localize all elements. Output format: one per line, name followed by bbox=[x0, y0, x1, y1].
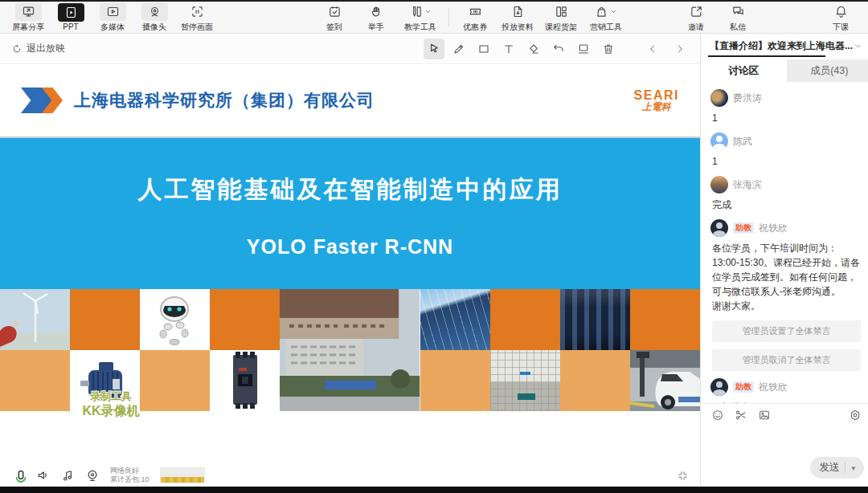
orange-tile bbox=[0, 350, 70, 411]
send-options-caret[interactable]: ▾ bbox=[851, 464, 855, 472]
electric-car-photo bbox=[630, 350, 700, 411]
chat-panel: 【直播介绍】欢迎来到上海电器... 讨论区 成员(43) 费洪涛 1 bbox=[700, 34, 868, 487]
system-message: 管理员取消了全体禁言 bbox=[712, 349, 861, 371]
webcam-status-icon[interactable] bbox=[85, 468, 100, 483]
message-input[interactable] bbox=[701, 423, 868, 457]
coupon-button[interactable]: 优惠券 bbox=[454, 2, 496, 33]
compress-view-icon[interactable] bbox=[677, 470, 689, 482]
whiteboard-icon bbox=[577, 43, 590, 55]
tab-discussion[interactable]: 讨论区 bbox=[701, 59, 787, 82]
image-icon[interactable] bbox=[758, 409, 771, 422]
music-icon[interactable] bbox=[61, 469, 75, 483]
chat-input-toolbar bbox=[701, 403, 868, 423]
ppt-button[interactable]: PPT bbox=[50, 2, 92, 33]
ppt-icon bbox=[58, 3, 84, 22]
seari-logo: SEARI 上電科 bbox=[634, 88, 679, 113]
message-text: 1 bbox=[712, 111, 862, 125]
anechoic-chamber-photo bbox=[490, 350, 560, 411]
switchgear-photo bbox=[560, 289, 630, 350]
delete-annotations-button[interactable] bbox=[598, 39, 619, 59]
send-divider bbox=[845, 462, 845, 473]
avatar bbox=[710, 219, 728, 237]
toolbar-session-group: 邀请 私信 下课 bbox=[675, 2, 862, 33]
toolbar-separator bbox=[448, 8, 449, 26]
ppt-label: PPT bbox=[63, 22, 78, 31]
solar-panels-photo bbox=[420, 289, 490, 350]
marketing-tools-label: 营销工具 bbox=[590, 22, 622, 33]
send-row: 发送 ▾ bbox=[701, 457, 868, 487]
slide-title-banner: 人工智能基础及在智能制造中的应用 YOLO Faster R-CNN bbox=[0, 138, 700, 289]
direct-message-button[interactable]: 私信 bbox=[717, 2, 759, 33]
multimedia-button[interactable]: 多媒体 bbox=[92, 2, 133, 33]
marketing-tools-button[interactable]: 营销工具 bbox=[583, 2, 629, 33]
message-text: 各位学员，下午培训时间为：13:00-15:30。课程已经开始，请各位学员完成签… bbox=[712, 241, 862, 313]
undo-button[interactable] bbox=[548, 39, 569, 59]
orange-tile bbox=[70, 289, 140, 350]
camera-button[interactable]: 摄像头 bbox=[133, 2, 175, 33]
seari-logo-latin: SEARI bbox=[634, 88, 679, 103]
camera-icon bbox=[141, 2, 168, 21]
system-message: 管理员设置了全体禁言 bbox=[712, 320, 861, 342]
seari-logo-chinese: 上電科 bbox=[634, 102, 679, 112]
screen-share-button[interactable]: 屏幕分享 bbox=[6, 2, 50, 33]
sender-name: 祝轶欣 bbox=[759, 222, 788, 235]
chat-message: 费洪涛 1 bbox=[710, 89, 862, 125]
toolbar-teaching-group: 签到 举手 教学工具 优惠券 投放资料 课程货架 bbox=[313, 2, 629, 33]
slide-subtitle: YOLO Faster R-CNN bbox=[247, 235, 453, 259]
course-shelf-button[interactable]: 课程货架 bbox=[539, 2, 583, 33]
message-text: 1 bbox=[712, 154, 862, 169]
pen-icon bbox=[452, 43, 465, 55]
prev-slide-button[interactable] bbox=[647, 43, 658, 55]
chat-message: 陈武 1 bbox=[710, 132, 862, 169]
chevron-down-icon bbox=[424, 8, 432, 15]
chat-tabs: 讨论区 成员(43) bbox=[701, 59, 868, 82]
raise-hand-button[interactable]: 举手 bbox=[355, 2, 397, 33]
microphone-icon[interactable] bbox=[11, 468, 26, 483]
pause-frame-label: 暂停画面 bbox=[181, 22, 213, 33]
chevron-down-icon[interactable] bbox=[853, 41, 863, 51]
check-in-button[interactable]: 签到 bbox=[313, 2, 355, 33]
chevron-down-icon bbox=[610, 8, 617, 15]
watermark-line2: KK录像机 bbox=[63, 403, 159, 419]
speaker-icon[interactable] bbox=[36, 468, 51, 483]
whiteboard-button[interactable] bbox=[573, 39, 594, 59]
screen-share-label: 屏幕分享 bbox=[12, 22, 44, 33]
avatar bbox=[710, 378, 728, 396]
eraser-tool-button[interactable] bbox=[523, 39, 544, 59]
send-button[interactable]: 发送 ▾ bbox=[810, 457, 864, 479]
slide-navigation bbox=[647, 43, 686, 55]
chat-message: 张海滨 完成 bbox=[710, 176, 862, 212]
rectangle-tool-button[interactable] bbox=[473, 39, 494, 59]
eraser-icon bbox=[527, 43, 540, 55]
raise-hand-icon bbox=[363, 2, 390, 21]
company-name: 上海电器科学研究所（集团）有限公司 bbox=[74, 89, 375, 112]
slide-header: 上海电器科学研究所（集团）有限公司 SEARI 上電科 bbox=[0, 64, 700, 138]
text-tool-button[interactable] bbox=[498, 39, 519, 59]
gear-icon[interactable] bbox=[849, 409, 862, 422]
camera-label: 摄像头 bbox=[142, 22, 166, 33]
tab-members[interactable]: 成员(43) bbox=[787, 59, 868, 82]
invite-label: 邀请 bbox=[688, 22, 704, 33]
chat-message-list[interactable]: 费洪涛 1 陈武 1 张海滨 完成 bbox=[701, 82, 868, 403]
select-tool-button[interactable] bbox=[424, 39, 444, 59]
next-slide-button[interactable] bbox=[674, 43, 686, 55]
pen-tool-button[interactable] bbox=[448, 39, 469, 59]
exit-slideshow-label: 退出放映 bbox=[27, 42, 65, 55]
screen-share-icon bbox=[15, 2, 42, 21]
teaching-tools-button[interactable]: 教学工具 bbox=[397, 2, 444, 33]
sender-name: 费洪涛 bbox=[733, 92, 762, 105]
screenshot-icon[interactable] bbox=[735, 409, 747, 422]
top-toolbar: 屏幕分享 PPT 多媒体 摄像头 暂停画面 签到 bbox=[0, 2, 868, 34]
class-end-label: 下课 bbox=[833, 22, 849, 33]
message-text: 完成 bbox=[712, 198, 862, 212]
exit-slideshow-button[interactable]: 退出放映 bbox=[11, 42, 65, 55]
double-chevron-icon bbox=[21, 88, 63, 113]
emoji-icon[interactable] bbox=[711, 409, 724, 422]
materials-button[interactable]: 投放资料 bbox=[496, 2, 539, 33]
send-label: 发送 bbox=[819, 461, 839, 475]
class-end-button[interactable]: 下课 bbox=[820, 2, 862, 33]
pause-frame-button[interactable]: 暂停画面 bbox=[175, 2, 219, 33]
invite-button[interactable]: 邀请 bbox=[675, 2, 717, 33]
toolbar-spacer bbox=[759, 2, 820, 33]
teaching-tools-icon bbox=[409, 5, 423, 18]
